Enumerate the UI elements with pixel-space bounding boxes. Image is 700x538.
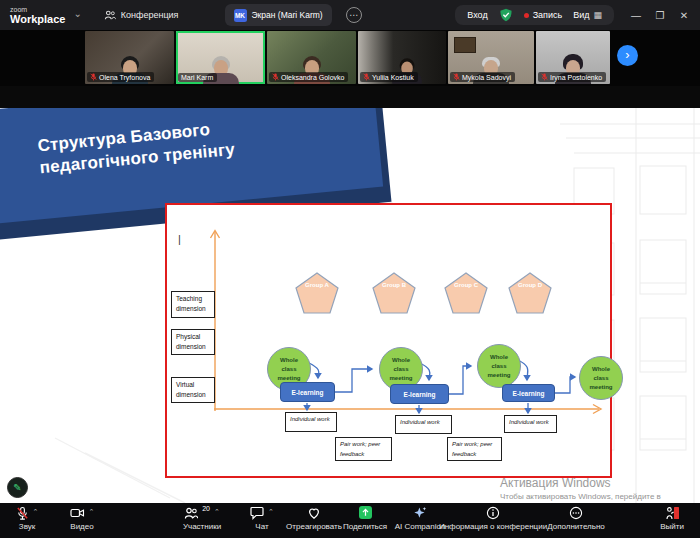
participants-button[interactable]: 20 ⌃ Участники xyxy=(170,506,234,531)
participant-tile[interactable]: Yuliia Kostiuk xyxy=(358,31,446,84)
slide-title: Структура Базового педагогічного тренінг… xyxy=(0,108,334,184)
participant-tile[interactable]: Oleksandra Golovko xyxy=(267,31,356,84)
audio-button[interactable]: ⌃ Звук xyxy=(4,506,50,531)
zoom-workplace-logo: zoom Workplace xyxy=(10,6,65,25)
participant-name: Oleksandra Golovko xyxy=(281,74,344,81)
individual-work-box: Individual work xyxy=(504,415,557,433)
name-chip: Olena Tryfonova xyxy=(87,72,154,82)
react-button[interactable]: Отреагировать xyxy=(284,506,344,531)
tab-conference-label: Конференция xyxy=(121,10,179,20)
name-chip: Oleksandra Golovko xyxy=(269,72,348,82)
muted-mic-icon xyxy=(453,73,460,81)
participant-tile-active-speaker[interactable]: Mari Karm xyxy=(176,31,265,84)
heart-icon xyxy=(307,506,321,520)
whole-class-meeting-node: Whole class meeting xyxy=(579,356,623,400)
security-shield-icon[interactable] xyxy=(499,8,513,22)
record-dot-icon xyxy=(524,13,529,18)
close-button[interactable]: ✕ xyxy=(672,10,696,21)
individual-work-box: Individual work xyxy=(395,415,452,434)
muted-mic-icon xyxy=(90,73,97,81)
conference-icon xyxy=(104,9,116,21)
share-screen-button[interactable]: Поделиться xyxy=(339,506,391,531)
group-label: Group A xyxy=(302,281,332,289)
participant-tile[interactable]: Iryna Postolenko xyxy=(536,31,610,84)
leave-door-icon xyxy=(665,506,680,520)
elearning-node: E-learning xyxy=(502,384,555,402)
minimize-button[interactable]: — xyxy=(624,10,648,21)
camera-icon xyxy=(70,506,85,520)
chat-button[interactable]: ⌃ Чат xyxy=(240,506,284,531)
next-participants-button[interactable]: › xyxy=(617,45,638,66)
participant-tile[interactable]: Olena Tryfonova xyxy=(85,31,174,84)
participant-name: Iryna Postolenko xyxy=(550,74,602,81)
recording-indicator[interactable]: Запись xyxy=(524,10,563,20)
participant-name: Yuliia Kostiuk xyxy=(372,74,414,81)
video-button[interactable]: ⌃ Видео xyxy=(58,506,106,531)
tab-screen-share[interactable]: MK Экран (Mari Karm) xyxy=(225,4,332,26)
tab-screen-label: Экран (Mari Karm) xyxy=(252,10,323,20)
name-chip: Mari Karm xyxy=(178,73,217,82)
annotate-pencil-button[interactable]: ✎ xyxy=(7,477,28,498)
text-cursor: | xyxy=(178,233,181,245)
participant-name: Olena Tryfonova xyxy=(99,74,150,81)
info-icon xyxy=(486,506,500,520)
sign-in-button[interactable]: Вход xyxy=(467,10,487,20)
view-button[interactable]: Вид ▦ xyxy=(573,10,602,20)
individual-work-box: Individual work xyxy=(285,412,337,432)
pair-work-box: Pair work; peer feedback xyxy=(335,437,392,461)
group-label: Group D xyxy=(515,281,545,289)
name-chip: Mykola Sadovyi xyxy=(450,72,515,82)
pair-work-box: Pair work; peer feedback xyxy=(447,437,502,461)
group-label: Group B xyxy=(379,281,409,289)
muted-mic-icon xyxy=(16,506,29,521)
participant-tile[interactable]: Mykola Sadovyi xyxy=(448,31,534,84)
participant-name: Mari Karm xyxy=(181,74,213,81)
elearning-node: E-learning xyxy=(280,382,335,402)
meeting-toolbar: ⌃ Звук ⌃ Видео 20 xyxy=(0,503,700,538)
chat-icon xyxy=(250,506,264,520)
group-pentagons xyxy=(296,273,551,313)
recording-label: Запись xyxy=(533,10,563,20)
dimension-label-physical: Physical dimension xyxy=(171,329,215,355)
ai-sparkle-icon xyxy=(413,506,427,520)
chat-options-caret-icon[interactable]: ⌃ xyxy=(268,508,274,516)
participants-count-badge: 20 xyxy=(202,505,210,512)
avatar-badge: MK xyxy=(234,9,247,22)
participant-name: Mykola Sadovyi xyxy=(462,74,511,81)
audio-options-caret-icon[interactable]: ⌃ xyxy=(33,508,39,516)
name-chip: Iryna Postolenko xyxy=(538,72,606,82)
chevron-down-icon[interactable]: ⌄ xyxy=(73,8,81,19)
group-label: Group C xyxy=(451,281,481,289)
whole-class-meeting-node: Whole class meeting xyxy=(477,344,521,388)
participants-icon xyxy=(184,506,198,520)
diagram-frame: | Teaching dimension Physical dimension … xyxy=(165,203,612,478)
view-grid-icon: ▦ xyxy=(593,10,602,20)
maximize-button[interactable]: ❐ xyxy=(648,10,672,21)
muted-mic-icon xyxy=(272,73,279,81)
tab-options-ellipsis-icon[interactable]: ⋯ xyxy=(346,7,362,23)
leave-button[interactable]: Выйти xyxy=(650,506,694,531)
elearning-node: E-learning xyxy=(390,384,449,404)
video-options-caret-icon[interactable]: ⌃ xyxy=(89,508,95,516)
tab-conference[interactable]: Конференция xyxy=(104,9,179,21)
muted-mic-icon xyxy=(363,73,370,81)
dimension-label-virtual: Virtual dimension xyxy=(171,377,215,403)
muted-mic-icon xyxy=(541,73,548,81)
dimension-label-teaching: Teaching dimension xyxy=(171,291,215,318)
window-controls: — ❐ ✕ xyxy=(624,10,696,21)
share-icon xyxy=(359,506,372,519)
brand-workplace: Workplace xyxy=(10,14,65,25)
meeting-info-button[interactable]: Информация о конференции xyxy=(443,506,543,531)
titlebar-right-cluster: Вход Запись Вид ▦ xyxy=(455,5,614,25)
video-filmstrip: Olena Tryfonova Mari Karm Oleksandra Gol… xyxy=(0,30,700,86)
more-button[interactable]: Дополнительно xyxy=(543,506,609,531)
brand-zoom: zoom xyxy=(10,6,65,13)
participants-options-caret-icon[interactable]: ⌃ xyxy=(214,508,220,516)
title-bar: zoom Workplace ⌄ Конференция MK Экран (M… xyxy=(0,0,700,30)
name-chip: Yuliia Kostiuk xyxy=(360,72,418,82)
shared-screen-slide: Структура Базового педагогічного тренінг… xyxy=(0,108,700,503)
zoom-meeting-window: zoom Workplace ⌄ Конференция MK Экран (M… xyxy=(0,0,700,538)
more-ellipsis-icon xyxy=(569,506,583,520)
view-label: Вид xyxy=(573,10,589,20)
